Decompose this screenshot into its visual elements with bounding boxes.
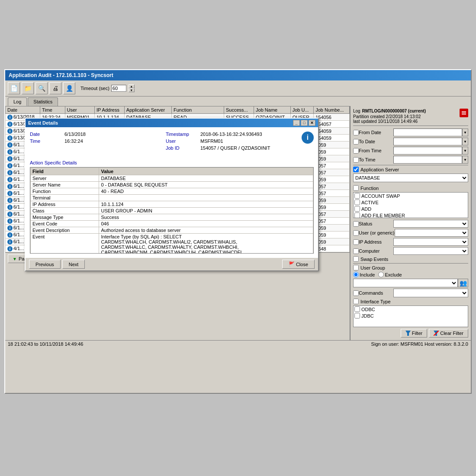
user-group-checkbox[interactable]: [353, 265, 359, 270]
user-group-select[interactable]: [353, 279, 458, 287]
details-value: Success: [99, 214, 313, 221]
log-info: Log RMTLOG/N000000007 (current) Partitio…: [353, 109, 426, 124]
to-date-dropdown[interactable]: ▼: [462, 138, 468, 145]
from-date-input[interactable]: [393, 129, 462, 136]
row-icon: i: [7, 170, 13, 175]
interface-jdbc[interactable]: JDBC: [354, 312, 468, 319]
user-value: MSFRM01: [200, 138, 223, 144]
tab-statistics[interactable]: Statistics: [28, 97, 58, 106]
spinner-down[interactable]: ▼: [129, 88, 135, 92]
to-time-input[interactable]: [393, 156, 462, 164]
exclude-radio[interactable]: [378, 272, 384, 277]
print-icon[interactable]: 🖨: [49, 82, 61, 94]
col-jobname[interactable]: Job Name: [254, 106, 291, 114]
row-icon: i: [7, 184, 13, 189]
function-item-active[interactable]: ACTIVE: [354, 199, 468, 206]
details-row: Message TypeSuccess: [31, 214, 313, 221]
user-label: User (or generic): [359, 230, 395, 235]
col-jobnum[interactable]: Job Numbe...: [314, 106, 350, 114]
function-item-account-swap[interactable]: ACCOUNT SWAP: [354, 193, 468, 199]
interface-odbc[interactable]: ODBC: [354, 306, 468, 312]
row-icon: i: [7, 212, 13, 217]
user-select[interactable]: [395, 229, 468, 237]
app-server-select[interactable]: DATABASE: [353, 174, 468, 182]
commands-checkbox[interactable]: [353, 290, 359, 296]
previous-button[interactable]: Previous: [29, 260, 61, 269]
jdbc-checkbox[interactable]: [354, 313, 360, 318]
row-icon: i: [7, 177, 13, 182]
include-option[interactable]: Include: [353, 272, 375, 277]
function-checkbox[interactable]: [353, 185, 359, 191]
user-group-icon-btn[interactable]: 👥: [458, 279, 468, 287]
from-time-dropdown[interactable]: ▼: [462, 147, 468, 154]
status-select[interactable]: [393, 220, 468, 228]
log-info-header: Log RMTLOG/N000000007 (current) Partitio…: [353, 109, 468, 126]
app-server-checkbox[interactable]: [353, 167, 359, 172]
details-field: Event Code: [31, 221, 99, 227]
row-icon: i: [7, 239, 13, 244]
to-time-checkbox[interactable]: [353, 157, 359, 163]
status-checkbox[interactable]: [353, 221, 359, 227]
function-checkbox-add-file-member[interactable]: [354, 212, 360, 218]
col-success[interactable]: Success...: [224, 106, 254, 114]
col-appserver[interactable]: Application Server: [124, 106, 171, 114]
partition-info: Partition created 2/2/2018 14:13:02: [353, 114, 426, 119]
new-icon[interactable]: 📄: [8, 82, 20, 94]
col-ip[interactable]: IP Address: [94, 106, 124, 114]
details-value: 10.1.1.124: [99, 201, 313, 208]
ip-checkbox[interactable]: [353, 239, 359, 245]
function-checkbox-add[interactable]: [354, 206, 360, 212]
col-date[interactable]: Date: [6, 106, 40, 114]
to-time-dropdown[interactable]: ▼: [462, 156, 468, 164]
swap-events-checkbox[interactable]: [353, 256, 359, 262]
open-icon[interactable]: 📁: [22, 82, 34, 94]
details-value: [99, 195, 313, 201]
details-field: Server Name: [31, 182, 99, 188]
clear-filter-button[interactable]: Clear Filter: [429, 329, 468, 338]
computer-checkbox[interactable]: [353, 248, 359, 254]
dialog-title-bar: Event Details _ □ ✕: [26, 119, 318, 127]
details-scroll[interactable]: Field Value ServerDATABASEServer Name0 -…: [30, 167, 314, 254]
computer-select[interactable]: [393, 247, 468, 255]
tab-log[interactable]: Log: [8, 97, 27, 106]
interface-type-checkbox[interactable]: [353, 299, 359, 304]
filter-button[interactable]: Filter: [401, 329, 427, 338]
spinner-up[interactable]: ▲: [129, 84, 135, 88]
function-checkbox-active[interactable]: [354, 199, 360, 205]
include-radio[interactable]: [353, 272, 359, 277]
exclude-option[interactable]: Exclude: [378, 272, 402, 277]
col-time[interactable]: Time: [40, 106, 65, 114]
odbc-checkbox[interactable]: [354, 306, 360, 312]
col-user[interactable]: User: [65, 106, 94, 114]
details-table: Field Value ServerDATABASEServer Name0 -…: [30, 167, 313, 254]
to-date-checkbox[interactable]: [353, 139, 359, 145]
timeout-input[interactable]: [111, 85, 126, 92]
ip-select[interactable]: [393, 238, 468, 246]
from-time-checkbox[interactable]: [353, 148, 359, 154]
function-checkbox-account-swap[interactable]: [354, 193, 360, 199]
dialog-content: Date 6/13/2018 Time 16:32:24 Timestamp 2…: [26, 127, 318, 258]
close-button[interactable]: 🚩 Close: [282, 260, 315, 269]
maximize-button[interactable]: □: [301, 120, 308, 126]
user-checkbox[interactable]: [353, 230, 359, 236]
to-date-input[interactable]: [393, 138, 462, 145]
from-date-checkbox[interactable]: [353, 130, 359, 135]
col-jobu[interactable]: Job U...: [290, 106, 313, 114]
function-item-add[interactable]: ADD: [354, 206, 468, 212]
next-button[interactable]: Next: [62, 260, 85, 269]
timestamp-label: Timestamp: [166, 132, 200, 137]
minimize-button[interactable]: _: [293, 120, 300, 126]
from-time-input[interactable]: [393, 147, 462, 154]
status-row: Status: [353, 220, 468, 228]
function-item-add-file-member[interactable]: ADD FILE MEMBER: [354, 212, 468, 218]
close-button-x[interactable]: ✕: [309, 120, 315, 126]
from-date-dropdown[interactable]: ▼: [462, 129, 468, 136]
commands-select[interactable]: [393, 289, 468, 297]
filter-actions: Filter Clear Filter: [353, 329, 468, 338]
user-icon[interactable]: 👤: [63, 82, 75, 94]
col-function[interactable]: Function: [172, 106, 224, 114]
partition-label: Partition: [353, 114, 369, 119]
search-icon[interactable]: 🔍: [35, 82, 48, 94]
timeout-spinner[interactable]: ▲ ▼: [129, 84, 135, 92]
partition-value: created 2/2/2018 14:13:02: [370, 114, 421, 119]
